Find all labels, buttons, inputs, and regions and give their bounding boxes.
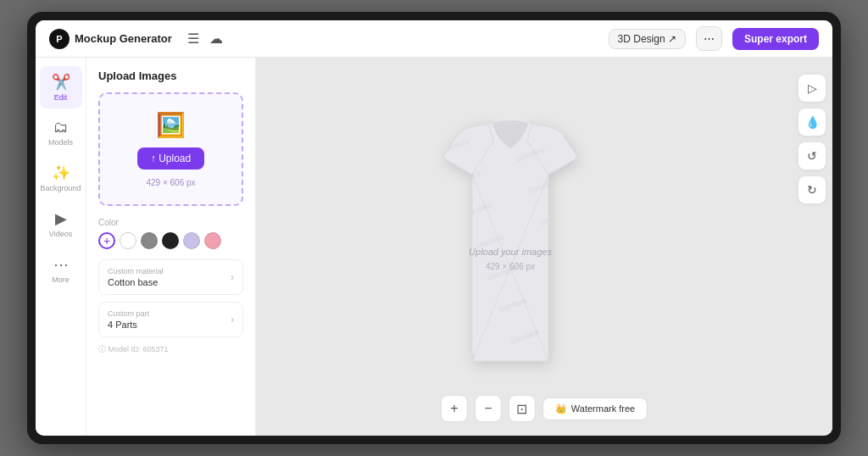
crown-icon: 👑 (555, 403, 567, 414)
sidebar-label-more: More (52, 275, 70, 284)
custom-part-value: 4 Parts (108, 320, 149, 330)
logo-icon: P (49, 29, 70, 49)
svg-text:Upload your images: Upload your images (469, 247, 552, 257)
undo-button[interactable]: ↺ (798, 142, 826, 170)
sidebar-item-videos[interactable]: ▶ Videos (40, 203, 82, 245)
tshirt-svg: Dacdara (426, 107, 663, 386)
tshirt-mockup: Dacdara (426, 107, 663, 386)
app-window: P Mockup Generator ☰ ☁ 3D Design ↗ ⋯ Sup… (36, 20, 832, 436)
custom-material-value: Cotton base (108, 277, 164, 287)
right-tools: ▷ 💧 ↺ ↻ (795, 66, 829, 212)
edit-icon: ✂️ (52, 73, 70, 92)
videos-icon: ▶ (55, 209, 67, 228)
sidebar-label-edit: Edit (54, 93, 68, 102)
pointer-tool-button[interactable]: ▷ (798, 75, 826, 102)
upload-panel: Upload Images 🖼️ ↑ Upload 429 × 606 px C… (86, 58, 256, 436)
custom-material-label: Custom material (108, 267, 164, 275)
panel-title: Upload Images (98, 70, 243, 82)
logo: P Mockup Generator (49, 29, 172, 49)
dropper-tool-button[interactable]: 💧 (798, 108, 826, 136)
watermark-button[interactable]: 👑 Watermark free (542, 398, 648, 420)
custom-part-label: Custom part (108, 309, 149, 318)
super-export-button[interactable]: Super export (732, 28, 819, 50)
color-swatch-lavender[interactable] (183, 232, 200, 249)
zoom-fit-button[interactable]: ⊡ (509, 395, 536, 422)
zoom-out-button[interactable]: − (475, 395, 502, 422)
device-frame: P Mockup Generator ☰ ☁ 3D Design ↗ ⋯ Sup… (27, 12, 841, 444)
sidebar-label-models: Models (48, 138, 73, 147)
upload-drop-zone[interactable]: 🖼️ ↑ Upload 429 × 606 px (98, 92, 243, 206)
color-swatch-gray[interactable] (141, 232, 158, 249)
sidebar-label-background: Background (40, 184, 81, 192)
header: P Mockup Generator ☰ ☁ 3D Design ↗ ⋯ Sup… (36, 20, 832, 58)
chevron-right-icon-2: › (231, 314, 234, 325)
upload-button[interactable]: ↑ Upload (137, 147, 204, 170)
models-icon: 🗂 (53, 119, 69, 136)
main-content: ✂️ Edit 🗂 Models ✨ Background ▶ Videos ⋯ (36, 58, 832, 436)
redo-button[interactable]: ↻ (798, 176, 826, 203)
custom-material-row[interactable]: Custom material Cotton base › (98, 259, 243, 295)
share-button[interactable]: ⋯ (696, 26, 722, 51)
sidebar-item-more[interactable]: ⋯ More (40, 248, 82, 291)
3d-design-button[interactable]: 3D Design ↗ (609, 29, 686, 49)
more-icon: ⋯ (53, 255, 69, 274)
canvas-area: Dacdara (256, 58, 832, 436)
canvas-bottom-controls: + − ⊡ 👑 Watermark free (441, 395, 648, 422)
background-icon: ✨ (52, 164, 70, 182)
upload-image-icon: 🖼️ (156, 111, 186, 139)
color-row: + (98, 232, 243, 249)
model-id: ⓘ Model ID: 605371 (98, 344, 243, 355)
sidebar: ✂️ Edit 🗂 Models ✨ Background ▶ Videos ⋯ (36, 58, 86, 436)
custom-part-row[interactable]: Custom part 4 Parts › (98, 302, 243, 337)
color-swatch-pink[interactable] (204, 232, 221, 249)
menu-icon[interactable]: ☰ (187, 31, 199, 47)
app-title: Mockup Generator (75, 32, 172, 45)
svg-text:429 × 606 px: 429 × 606 px (486, 262, 535, 271)
sidebar-item-edit[interactable]: ✂️ Edit (40, 66, 82, 108)
sidebar-label-videos: Videos (49, 230, 72, 238)
sidebar-item-models[interactable]: 🗂 Models (40, 112, 82, 153)
color-label: Color (98, 218, 243, 227)
cloud-icon[interactable]: ☁ (209, 31, 223, 47)
zoom-in-button[interactable]: + (441, 395, 468, 422)
chevron-right-icon: › (231, 271, 234, 283)
upload-size-text: 429 × 606 px (146, 178, 195, 187)
add-color-button[interactable]: + (98, 232, 115, 249)
color-swatch-black[interactable] (162, 232, 179, 249)
color-swatch-white[interactable] (120, 232, 136, 249)
sidebar-item-background[interactable]: ✨ Background (40, 157, 82, 199)
